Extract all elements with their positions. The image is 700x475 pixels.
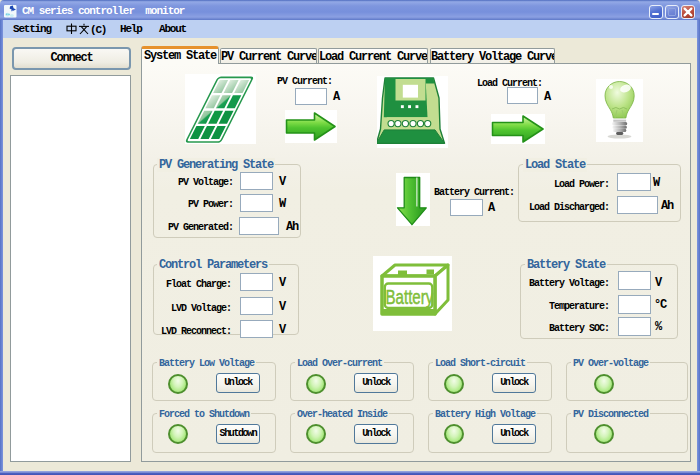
svg-text:Battery: Battery bbox=[386, 284, 435, 308]
